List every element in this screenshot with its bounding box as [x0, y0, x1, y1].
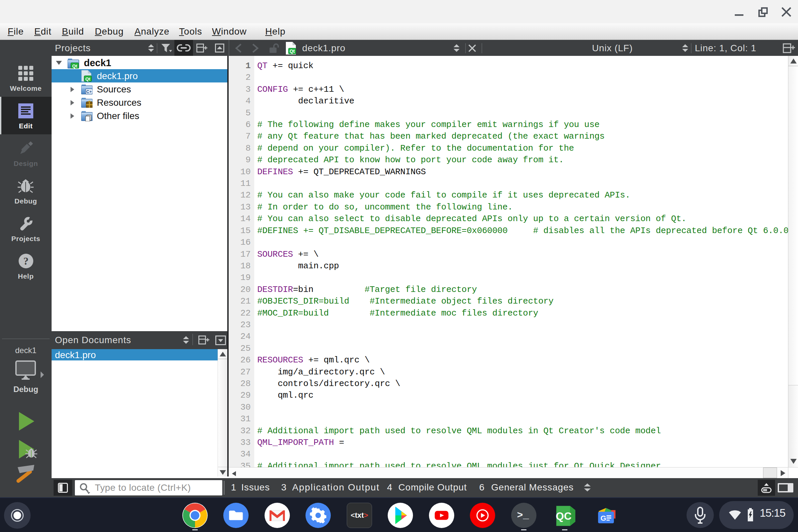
svg-text:Qt: Qt: [72, 63, 77, 69]
svg-text:Qt: Qt: [86, 76, 91, 81]
svg-text:?: ?: [23, 255, 29, 267]
svg-text:Qt: Qt: [290, 49, 295, 54]
svg-text:>_: >_: [517, 510, 529, 521]
svg-text:C+: C+: [86, 89, 92, 94]
svg-text:QC: QC: [556, 510, 572, 522]
svg-text:G: G: [600, 514, 606, 522]
